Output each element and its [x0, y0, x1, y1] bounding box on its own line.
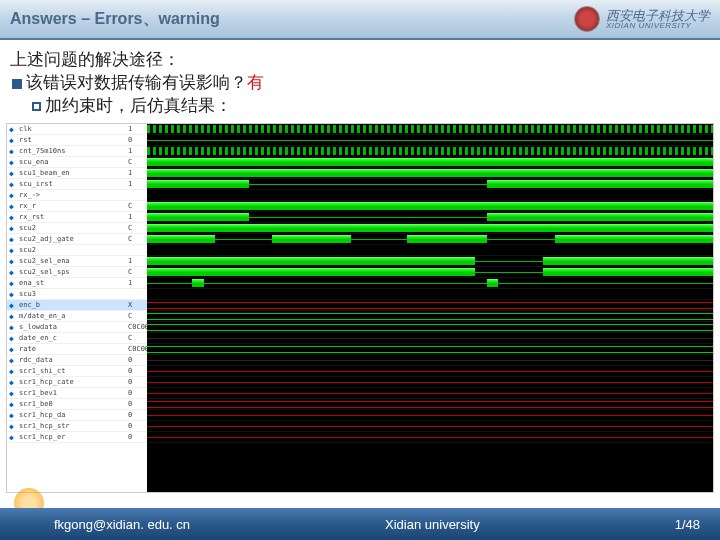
hollow-bullet-icon — [32, 102, 41, 111]
signal-name[interactable]: ◆scr1_hcp_er — [7, 432, 127, 443]
slide-title: Answers – Errors、warning — [10, 9, 220, 30]
signal-value: 0 — [127, 399, 147, 410]
wave-row[interactable] — [147, 267, 713, 278]
univ-name-en: XIDIAN UNIVERSITY — [606, 22, 710, 30]
signal-value: 1 — [127, 179, 147, 190]
wave-row[interactable] — [147, 124, 713, 135]
signal-name[interactable]: ◆clk — [7, 124, 127, 135]
slide-content: 上述问题的解决途径： 该错误对数据传输有误影响？有 加约束时，后仿真结果： — [0, 40, 720, 119]
wave-row[interactable] — [147, 278, 713, 289]
signal-name[interactable]: ◆scu2 — [7, 223, 127, 234]
signal-value: 1 — [127, 212, 147, 223]
signal-name[interactable]: ◆scu2_sel_ena — [7, 256, 127, 267]
wave-row[interactable] — [147, 366, 713, 377]
text-line-2: 该错误对数据传输有误影响？有 — [10, 71, 710, 94]
signal-name[interactable]: ◆m/date_en_a — [7, 311, 127, 322]
signal-value: C — [127, 223, 147, 234]
signal-name[interactable]: ◆enc_b — [7, 300, 127, 311]
signal-name[interactable]: ◆rx_-> — [7, 190, 127, 201]
signal-value: 1 — [127, 168, 147, 179]
wave-row[interactable] — [147, 135, 713, 146]
wave-row[interactable] — [147, 421, 713, 432]
signal-value: 1 — [127, 256, 147, 267]
signal-value — [127, 190, 147, 201]
signal-value: 0 — [127, 421, 147, 432]
signal-name[interactable]: ◆rdc_data — [7, 355, 127, 366]
wave-row[interactable] — [147, 333, 713, 344]
signal-value: C — [127, 267, 147, 278]
signal-name[interactable]: ◆scu_irst — [7, 179, 127, 190]
wave-row[interactable] — [147, 245, 713, 256]
signal-value: C0C00C0 — [127, 322, 147, 333]
signal-value: 1 — [127, 278, 147, 289]
signal-value: 0 — [127, 355, 147, 366]
signal-name[interactable]: ◆scu2_sel_sps — [7, 267, 127, 278]
slide-footer: fkgong@xidian. edu. cn Xidian university… — [0, 508, 720, 540]
signal-name[interactable]: ◆ena_st — [7, 278, 127, 289]
wave-row[interactable] — [147, 344, 713, 355]
signal-name[interactable]: ◆scu2_adj_gate — [7, 234, 127, 245]
signal-name[interactable]: ◆scu2 — [7, 245, 127, 256]
university-logo: 西安电子科技大学 XIDIAN UNIVERSITY — [574, 6, 710, 32]
signal-name[interactable]: ◆scr1_hcp_cate — [7, 377, 127, 388]
signal-value: C0C00C0 — [127, 344, 147, 355]
signal-name[interactable]: ◆date_en_c — [7, 333, 127, 344]
signal-name[interactable]: ◆scu1_beam_en — [7, 168, 127, 179]
text-line-3: 加约束时，后仿真结果： — [10, 94, 710, 117]
wave-row[interactable] — [147, 256, 713, 267]
wave-row[interactable] — [147, 234, 713, 245]
wave-row[interactable] — [147, 201, 713, 212]
wave-row[interactable] — [147, 179, 713, 190]
wave-row[interactable] — [147, 212, 713, 223]
signal-name[interactable]: ◆scr1_hcp_str — [7, 421, 127, 432]
signal-name[interactable]: ◆rate — [7, 344, 127, 355]
signal-name[interactable]: ◆rx_r — [7, 201, 127, 212]
wave-row[interactable] — [147, 289, 713, 300]
signal-value: 0 — [127, 366, 147, 377]
wave-row[interactable] — [147, 377, 713, 388]
wave-row[interactable] — [147, 432, 713, 443]
signal-name[interactable]: ◆scr1_hcp_da — [7, 410, 127, 421]
wave-row[interactable] — [147, 223, 713, 234]
signal-name[interactable]: ◆scu_ena — [7, 157, 127, 168]
waveform-display — [147, 124, 713, 492]
wave-row[interactable] — [147, 322, 713, 333]
wave-row[interactable] — [147, 300, 713, 311]
signal-value: C — [127, 201, 147, 212]
waveform-viewer: ◆clk◆rst◆cnt_75m10ns◆scu_ena◆scu1_beam_e… — [6, 123, 714, 493]
wave-row[interactable] — [147, 157, 713, 168]
signal-value: 1 — [127, 124, 147, 135]
signal-name[interactable]: ◆rx_rst — [7, 212, 127, 223]
signal-name[interactable]: ◆cnt_75m10ns — [7, 146, 127, 157]
wave-row[interactable] — [147, 399, 713, 410]
signal-name[interactable]: ◆rst — [7, 135, 127, 146]
signal-value: 1 — [127, 146, 147, 157]
text-line-1: 上述问题的解决途径： — [10, 48, 710, 71]
signal-name[interactable]: ◆s_lowdata — [7, 322, 127, 333]
footer-email: fkgong@xidian. edu. cn — [54, 517, 190, 532]
wave-row[interactable] — [147, 311, 713, 322]
wave-row[interactable] — [147, 190, 713, 201]
signal-value: C — [127, 234, 147, 245]
signal-value: 0 — [127, 410, 147, 421]
signal-value: 0 — [127, 432, 147, 443]
signal-name[interactable]: ◆scu3 — [7, 289, 127, 300]
signal-value: X — [127, 300, 147, 311]
wave-row[interactable] — [147, 355, 713, 366]
badge-icon — [574, 6, 600, 32]
signal-value: C — [127, 333, 147, 344]
square-bullet-icon — [12, 79, 22, 89]
signal-name-column: ◆clk◆rst◆cnt_75m10ns◆scu_ena◆scu1_beam_e… — [7, 124, 127, 492]
signal-name[interactable]: ◆scr1_shi_ct — [7, 366, 127, 377]
signal-value: 0 — [127, 377, 147, 388]
slide-header: Answers – Errors、warning 西安电子科技大学 XIDIAN… — [0, 0, 720, 40]
wave-row[interactable] — [147, 168, 713, 179]
univ-name-cn: 西安电子科技大学 — [606, 9, 710, 22]
signal-value: 0 — [127, 388, 147, 399]
wave-row[interactable] — [147, 146, 713, 157]
signal-name[interactable]: ◆scr1_bev1 — [7, 388, 127, 399]
signal-value: 0 — [127, 135, 147, 146]
wave-row[interactable] — [147, 410, 713, 421]
signal-name[interactable]: ◆scr1_be0 — [7, 399, 127, 410]
wave-row[interactable] — [147, 388, 713, 399]
